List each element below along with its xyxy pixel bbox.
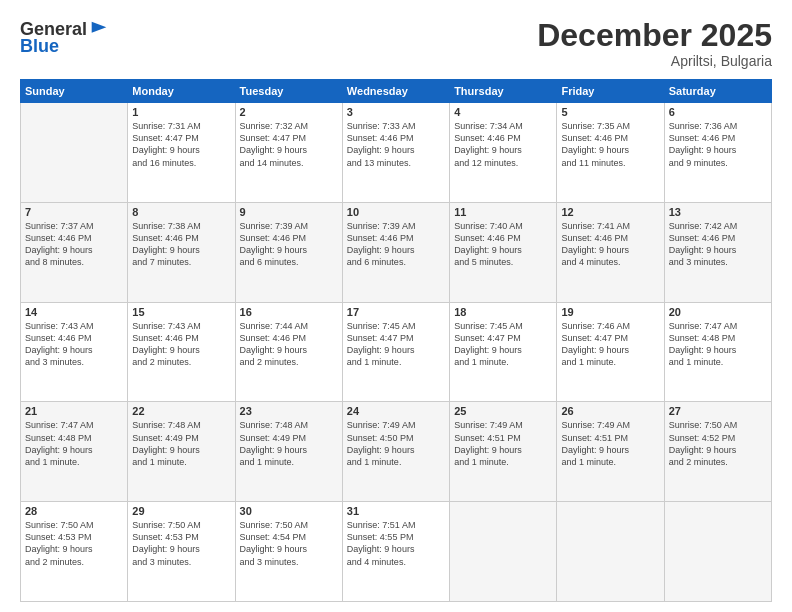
table-cell: 24Sunrise: 7:49 AM Sunset: 4:50 PM Dayli…: [342, 402, 449, 502]
table-cell: 22Sunrise: 7:48 AM Sunset: 4:49 PM Dayli…: [128, 402, 235, 502]
table-cell: 13Sunrise: 7:42 AM Sunset: 4:46 PM Dayli…: [664, 202, 771, 302]
table-cell: [21, 103, 128, 203]
day-info: Sunrise: 7:51 AM Sunset: 4:55 PM Dayligh…: [347, 519, 445, 568]
day-number: 25: [454, 405, 552, 417]
day-info: Sunrise: 7:48 AM Sunset: 4:49 PM Dayligh…: [132, 419, 230, 468]
day-number: 6: [669, 106, 767, 118]
table-cell: 18Sunrise: 7:45 AM Sunset: 4:47 PM Dayli…: [450, 302, 557, 402]
logo: General Blue: [20, 18, 111, 57]
table-cell: 23Sunrise: 7:48 AM Sunset: 4:49 PM Dayli…: [235, 402, 342, 502]
day-number: 23: [240, 405, 338, 417]
table-cell: 8Sunrise: 7:38 AM Sunset: 4:46 PM Daylig…: [128, 202, 235, 302]
day-number: 24: [347, 405, 445, 417]
day-number: 10: [347, 206, 445, 218]
month-title: December 2025: [537, 18, 772, 53]
location-subtitle: Apriltsi, Bulgaria: [537, 53, 772, 69]
day-info: Sunrise: 7:38 AM Sunset: 4:46 PM Dayligh…: [132, 220, 230, 269]
header-row: Sunday Monday Tuesday Wednesday Thursday…: [21, 80, 772, 103]
day-number: 9: [240, 206, 338, 218]
day-info: Sunrise: 7:49 AM Sunset: 4:50 PM Dayligh…: [347, 419, 445, 468]
day-info: Sunrise: 7:39 AM Sunset: 4:46 PM Dayligh…: [240, 220, 338, 269]
calendar-row: 1Sunrise: 7:31 AM Sunset: 4:47 PM Daylig…: [21, 103, 772, 203]
table-cell: 2Sunrise: 7:32 AM Sunset: 4:47 PM Daylig…: [235, 103, 342, 203]
day-number: 29: [132, 505, 230, 517]
day-number: 28: [25, 505, 123, 517]
table-cell: 25Sunrise: 7:49 AM Sunset: 4:51 PM Dayli…: [450, 402, 557, 502]
day-number: 4: [454, 106, 552, 118]
day-info: Sunrise: 7:43 AM Sunset: 4:46 PM Dayligh…: [25, 320, 123, 369]
day-number: 22: [132, 405, 230, 417]
day-number: 17: [347, 306, 445, 318]
day-number: 18: [454, 306, 552, 318]
col-wednesday: Wednesday: [342, 80, 449, 103]
day-number: 11: [454, 206, 552, 218]
table-cell: 3Sunrise: 7:33 AM Sunset: 4:46 PM Daylig…: [342, 103, 449, 203]
table-cell: 1Sunrise: 7:31 AM Sunset: 4:47 PM Daylig…: [128, 103, 235, 203]
day-info: Sunrise: 7:47 AM Sunset: 4:48 PM Dayligh…: [25, 419, 123, 468]
col-tuesday: Tuesday: [235, 80, 342, 103]
col-friday: Friday: [557, 80, 664, 103]
day-info: Sunrise: 7:37 AM Sunset: 4:46 PM Dayligh…: [25, 220, 123, 269]
day-number: 13: [669, 206, 767, 218]
day-number: 8: [132, 206, 230, 218]
table-cell: 28Sunrise: 7:50 AM Sunset: 4:53 PM Dayli…: [21, 502, 128, 602]
logo-blue: Blue: [20, 36, 59, 57]
table-cell: 17Sunrise: 7:45 AM Sunset: 4:47 PM Dayli…: [342, 302, 449, 402]
day-info: Sunrise: 7:50 AM Sunset: 4:54 PM Dayligh…: [240, 519, 338, 568]
day-info: Sunrise: 7:33 AM Sunset: 4:46 PM Dayligh…: [347, 120, 445, 169]
day-number: 30: [240, 505, 338, 517]
day-info: Sunrise: 7:32 AM Sunset: 4:47 PM Dayligh…: [240, 120, 338, 169]
day-number: 14: [25, 306, 123, 318]
day-number: 27: [669, 405, 767, 417]
calendar-table: Sunday Monday Tuesday Wednesday Thursday…: [20, 79, 772, 602]
day-info: Sunrise: 7:42 AM Sunset: 4:46 PM Dayligh…: [669, 220, 767, 269]
logo-flag-icon: [88, 18, 110, 40]
calendar-row: 21Sunrise: 7:47 AM Sunset: 4:48 PM Dayli…: [21, 402, 772, 502]
day-number: 5: [561, 106, 659, 118]
calendar-row: 28Sunrise: 7:50 AM Sunset: 4:53 PM Dayli…: [21, 502, 772, 602]
calendar-row: 14Sunrise: 7:43 AM Sunset: 4:46 PM Dayli…: [21, 302, 772, 402]
day-info: Sunrise: 7:35 AM Sunset: 4:46 PM Dayligh…: [561, 120, 659, 169]
day-number: 20: [669, 306, 767, 318]
day-number: 16: [240, 306, 338, 318]
day-number: 2: [240, 106, 338, 118]
table-cell: 11Sunrise: 7:40 AM Sunset: 4:46 PM Dayli…: [450, 202, 557, 302]
day-number: 26: [561, 405, 659, 417]
table-cell: 5Sunrise: 7:35 AM Sunset: 4:46 PM Daylig…: [557, 103, 664, 203]
day-info: Sunrise: 7:41 AM Sunset: 4:46 PM Dayligh…: [561, 220, 659, 269]
page: General Blue December 2025 Apriltsi, Bul…: [0, 0, 792, 612]
table-cell: 6Sunrise: 7:36 AM Sunset: 4:46 PM Daylig…: [664, 103, 771, 203]
col-sunday: Sunday: [21, 80, 128, 103]
day-info: Sunrise: 7:47 AM Sunset: 4:48 PM Dayligh…: [669, 320, 767, 369]
day-info: Sunrise: 7:34 AM Sunset: 4:46 PM Dayligh…: [454, 120, 552, 169]
col-thursday: Thursday: [450, 80, 557, 103]
table-cell: [557, 502, 664, 602]
day-number: 19: [561, 306, 659, 318]
table-cell: 29Sunrise: 7:50 AM Sunset: 4:53 PM Dayli…: [128, 502, 235, 602]
day-number: 7: [25, 206, 123, 218]
day-number: 21: [25, 405, 123, 417]
table-cell: 26Sunrise: 7:49 AM Sunset: 4:51 PM Dayli…: [557, 402, 664, 502]
table-cell: 14Sunrise: 7:43 AM Sunset: 4:46 PM Dayli…: [21, 302, 128, 402]
table-cell: 7Sunrise: 7:37 AM Sunset: 4:46 PM Daylig…: [21, 202, 128, 302]
calendar-row: 7Sunrise: 7:37 AM Sunset: 4:46 PM Daylig…: [21, 202, 772, 302]
header: General Blue December 2025 Apriltsi, Bul…: [20, 18, 772, 69]
day-info: Sunrise: 7:45 AM Sunset: 4:47 PM Dayligh…: [347, 320, 445, 369]
table-cell: 30Sunrise: 7:50 AM Sunset: 4:54 PM Dayli…: [235, 502, 342, 602]
table-cell: 31Sunrise: 7:51 AM Sunset: 4:55 PM Dayli…: [342, 502, 449, 602]
table-cell: [664, 502, 771, 602]
day-info: Sunrise: 7:40 AM Sunset: 4:46 PM Dayligh…: [454, 220, 552, 269]
day-info: Sunrise: 7:43 AM Sunset: 4:46 PM Dayligh…: [132, 320, 230, 369]
col-monday: Monday: [128, 80, 235, 103]
table-cell: 15Sunrise: 7:43 AM Sunset: 4:46 PM Dayli…: [128, 302, 235, 402]
day-info: Sunrise: 7:31 AM Sunset: 4:47 PM Dayligh…: [132, 120, 230, 169]
day-number: 15: [132, 306, 230, 318]
day-info: Sunrise: 7:45 AM Sunset: 4:47 PM Dayligh…: [454, 320, 552, 369]
table-cell: [450, 502, 557, 602]
col-saturday: Saturday: [664, 80, 771, 103]
day-number: 3: [347, 106, 445, 118]
day-info: Sunrise: 7:50 AM Sunset: 4:53 PM Dayligh…: [132, 519, 230, 568]
day-info: Sunrise: 7:49 AM Sunset: 4:51 PM Dayligh…: [561, 419, 659, 468]
day-info: Sunrise: 7:50 AM Sunset: 4:53 PM Dayligh…: [25, 519, 123, 568]
table-cell: 19Sunrise: 7:46 AM Sunset: 4:47 PM Dayli…: [557, 302, 664, 402]
